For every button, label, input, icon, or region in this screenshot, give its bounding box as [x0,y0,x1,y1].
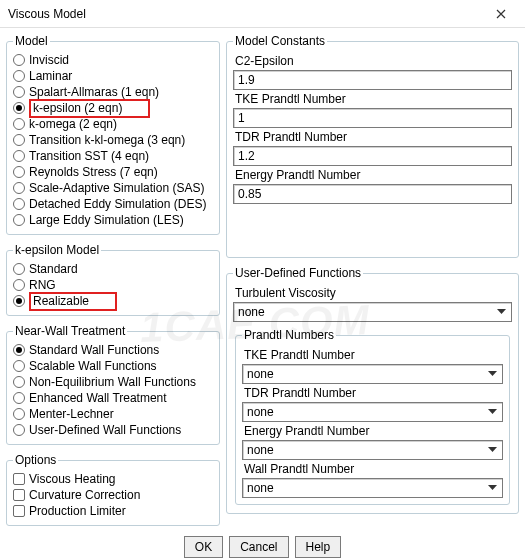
dropdown[interactable]: none [242,440,503,460]
ok-button[interactable]: OK [184,536,223,558]
radio-option[interactable]: Spalart-Allmaras (1 eqn) [13,84,213,100]
group-model: Model InviscidLaminarSpalart-Allmaras (1… [6,34,220,235]
help-button[interactable]: Help [295,536,342,558]
turb-visc-dropdown[interactable]: none [233,302,512,322]
radio-label: Scale-Adaptive Simulation (SAS) [29,180,204,196]
radio-option[interactable]: Scalable Wall Functions [13,358,213,374]
checkbox-option[interactable]: Curvature Correction [13,487,213,503]
radio-icon [13,150,25,162]
radio-option[interactable]: Realizable [13,293,213,309]
dropdown-value: none [247,405,274,419]
field-label: C2-Epsilon [235,54,512,68]
close-button[interactable] [485,3,517,25]
radio-icon [13,424,25,436]
radio-option[interactable]: k-epsilon (2 eqn) [13,100,213,116]
radio-option[interactable]: Non-Equilibrium Wall Functions [13,374,213,390]
chevron-down-icon [484,404,500,420]
radio-label: k-epsilon (2 eqn) [29,100,150,116]
dropdown[interactable]: none [242,478,503,498]
radio-option[interactable]: Transition SST (4 eqn) [13,148,213,164]
radio-icon [13,118,25,130]
radio-option[interactable]: Enhanced Wall Treatment [13,390,213,406]
cancel-button[interactable]: Cancel [229,536,288,558]
checkbox-icon [13,505,25,517]
radio-icon [13,214,25,226]
radio-label: Detached Eddy Simulation (DES) [29,196,206,212]
group-nw-legend: Near-Wall Treatment [13,324,127,338]
radio-label: Non-Equilibrium Wall Functions [29,374,196,390]
radio-option[interactable]: Standard [13,261,213,277]
titlebar: Viscous Model [0,0,525,28]
group-udf: User-Defined Functions Turbulent Viscosi… [226,266,519,514]
checkbox-option[interactable]: Viscous Heating [13,471,213,487]
radio-option[interactable]: RNG [13,277,213,293]
radio-option[interactable]: Laminar [13,68,213,84]
radio-option[interactable]: Reynolds Stress (7 eqn) [13,164,213,180]
group-udf-legend: User-Defined Functions [233,266,363,280]
radio-icon [13,295,25,307]
group-options: Options Viscous HeatingCurvature Correct… [6,453,220,526]
turb-visc-value: none [238,305,265,319]
radio-label: Inviscid [29,52,69,68]
radio-option[interactable]: Standard Wall Functions [13,342,213,358]
radio-icon [13,166,25,178]
field-label: Energy Prandtl Number [235,168,512,182]
radio-label: Menter-Lechner [29,406,114,422]
field-label: TDR Prandtl Number [244,386,503,400]
dropdown[interactable]: none [242,364,503,384]
checkbox-option[interactable]: Production Limiter [13,503,213,519]
radio-label: Standard [29,261,78,277]
radio-label: Reynolds Stress (7 eqn) [29,164,158,180]
radio-label: Transition k-kl-omega (3 eqn) [29,132,185,148]
radio-label: RNG [29,277,56,293]
radio-icon [13,376,25,388]
radio-icon [13,134,25,146]
radio-option[interactable]: Inviscid [13,52,213,68]
radio-icon [13,70,25,82]
chevron-down-icon [484,480,500,496]
radio-option[interactable]: Menter-Lechner [13,406,213,422]
radio-icon [13,102,25,114]
radio-icon [13,279,25,291]
highlight-box: Realizable [29,292,117,311]
radio-label: Transition SST (4 eqn) [29,148,149,164]
field-label: TKE Prandtl Number [244,348,503,362]
radio-icon [13,182,25,194]
close-icon [496,9,506,19]
text-input[interactable] [233,184,512,204]
radio-icon [13,408,25,420]
group-const-legend: Model Constants [233,34,327,48]
radio-label: Scalable Wall Functions [29,358,157,374]
radio-option[interactable]: Detached Eddy Simulation (DES) [13,196,213,212]
radio-label: k-omega (2 eqn) [29,116,117,132]
text-input[interactable] [233,70,512,90]
radio-option[interactable]: User-Defined Wall Functions [13,422,213,438]
radio-icon [13,198,25,210]
group-model-legend: Model [13,34,50,48]
radio-label: Realizable [29,293,117,309]
window-title: Viscous Model [8,7,86,21]
field-label: TDR Prandtl Number [235,130,512,144]
radio-label: Large Eddy Simulation (LES) [29,212,184,228]
radio-option[interactable]: Scale-Adaptive Simulation (SAS) [13,180,213,196]
checkbox-icon [13,489,25,501]
text-input[interactable] [233,108,512,128]
checkbox-label: Viscous Heating [29,471,116,487]
chevron-down-icon [484,366,500,382]
radio-label: User-Defined Wall Functions [29,422,181,438]
radio-label: Standard Wall Functions [29,342,159,358]
dropdown[interactable]: none [242,402,503,422]
group-prandtl-legend: Prandtl Numbers [242,328,336,342]
radio-option[interactable]: Large Eddy Simulation (LES) [13,212,213,228]
group-near-wall: Near-Wall Treatment Standard Wall Functi… [6,324,220,445]
radio-icon [13,86,25,98]
radio-option[interactable]: k-omega (2 eqn) [13,116,213,132]
radio-icon [13,392,25,404]
field-label: Energy Prandtl Number [244,424,503,438]
text-input[interactable] [233,146,512,166]
radio-icon [13,360,25,372]
field-label: Wall Prandtl Number [244,462,503,476]
checkbox-label: Curvature Correction [29,487,140,503]
dropdown-value: none [247,443,274,457]
radio-option[interactable]: Transition k-kl-omega (3 eqn) [13,132,213,148]
